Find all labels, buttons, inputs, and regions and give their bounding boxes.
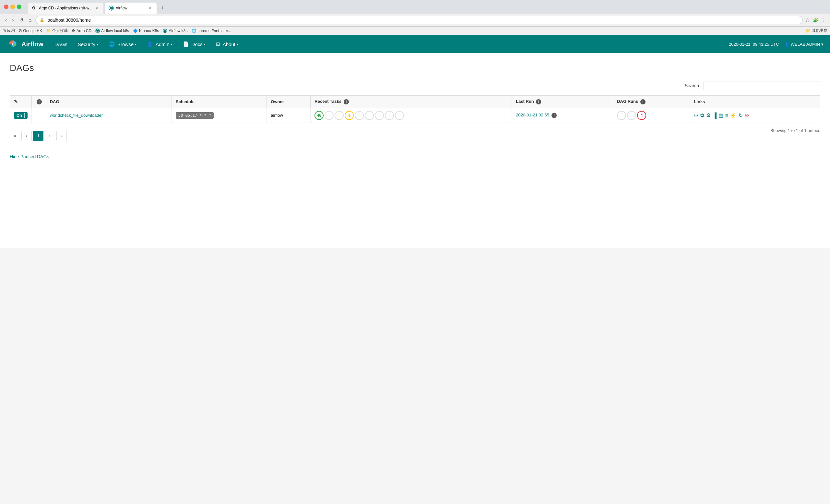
search-input[interactable]: [704, 81, 820, 90]
svg-marker-3: [96, 30, 99, 32]
extensions-icon[interactable]: 🧩: [813, 18, 818, 23]
window-maximize[interactable]: [17, 4, 22, 9]
bookmark-apps[interactable]: ⊞ 应用: [3, 28, 15, 33]
back-button[interactable]: ‹: [4, 16, 8, 24]
tab-airflow[interactable]: Airflow ×: [105, 3, 157, 13]
bookmark-personal[interactable]: 📁 个人收藏: [46, 28, 68, 33]
nav-browse[interactable]: 🌐 Browse ▾: [104, 39, 141, 50]
page-prev-button[interactable]: ‹: [22, 131, 32, 141]
dag-runs-cell: 4: [613, 108, 690, 123]
gantt-link-icon[interactable]: ▐: [713, 113, 716, 118]
calendar-link-icon[interactable]: ⚙: [706, 112, 711, 118]
tab-argocd-title: Argo CD - Applications / sit-w...: [39, 6, 92, 10]
edit-icon: ✎: [14, 99, 18, 104]
nav-menu: DAGs Security ▾ 🌐 Browse ▾ 👤 Admin ▾ 📄 D…: [50, 39, 729, 50]
col-dag: DAG: [46, 96, 171, 108]
refresh-link-icon[interactable]: ↻: [739, 112, 743, 118]
admin-caret: ▾: [171, 42, 172, 46]
nav-security[interactable]: Security ▾: [73, 39, 103, 50]
toggle-bar: [24, 113, 25, 118]
delete-link-icon[interactable]: ⊗: [745, 112, 749, 118]
airflow-logo[interactable]: Airflow: [6, 38, 43, 50]
reload-button[interactable]: ↺: [18, 15, 25, 24]
col-info-icon[interactable]: i: [37, 99, 42, 104]
hide-paused-link[interactable]: Hide Paused DAGs: [10, 154, 49, 159]
nav-dags[interactable]: DAGs: [50, 39, 72, 50]
bookmark-kibana[interactable]: 🔷 Kibana K8s: [133, 29, 159, 33]
graph-link-icon[interactable]: ⊙: [694, 112, 698, 118]
col-toggle: ✎: [10, 96, 32, 108]
nav-user[interactable]: 👤 WELAB ADMIN ▾: [784, 42, 824, 47]
owner-cell: airflow: [267, 108, 311, 123]
task-circle-empty-5: [375, 111, 384, 120]
bookmarks-bar: ⊞ 应用 G Google HK 📁 个人收藏 ⚙ Argo CD Airflo…: [0, 27, 830, 35]
page-first-button[interactable]: «: [10, 131, 20, 141]
docs-icon: 📄: [183, 41, 189, 47]
address-text: localhost:30800/home: [46, 18, 799, 23]
trigger-link-icon[interactable]: ⚡: [730, 112, 737, 118]
menu-icon[interactable]: ⋮: [822, 18, 826, 23]
col-recent-tasks: Recent Tasks i: [311, 96, 512, 108]
nav-right: 2020-01-21, 09:43:25 UTC 👤 WELAB ADMIN ▾: [729, 42, 824, 47]
toggle-cell: On: [10, 108, 32, 123]
col-links: Links: [690, 96, 820, 108]
tab-argocd-close[interactable]: ×: [94, 5, 99, 11]
bookmark-other[interactable]: 📁 其他书签: [806, 28, 827, 33]
nav-docs[interactable]: 📄 Docs ▾: [178, 39, 210, 50]
tab-airflow-close[interactable]: ×: [148, 5, 153, 11]
airflow-brand-text: Airflow: [22, 40, 43, 48]
last-run-link[interactable]: 2020-01-21 02:55: [516, 113, 549, 117]
col-last-run: Last Run i: [512, 96, 613, 108]
bookmark-airflow-local[interactable]: Airflow local k8s: [95, 29, 129, 33]
task-circle-empty-1: [324, 111, 333, 120]
tab-airflow-title: Airflow: [116, 6, 146, 10]
pagination: « ‹ 1 › »: [10, 131, 67, 141]
docs-caret: ▾: [204, 42, 205, 46]
bookmark-google[interactable]: G Google HK: [19, 29, 42, 33]
bookmark-airflow-k8s[interactable]: Airflow k8s: [163, 29, 187, 33]
page-next-button[interactable]: ›: [45, 131, 55, 141]
bookmark-argocd[interactable]: ⚙ Argo CD: [72, 29, 91, 33]
info-cell: [31, 108, 46, 123]
address-bar[interactable]: 🔒 localhost:30800/home: [35, 16, 803, 24]
dag-table: ✎ i DAG Schedule Owner Recent Tasks i La…: [10, 95, 820, 123]
col-info: i: [31, 96, 46, 108]
window-close[interactable]: [4, 4, 8, 9]
page-current-button[interactable]: 1: [33, 131, 43, 141]
nav-datetime: 2020-01-21, 09:43:25 UTC: [729, 42, 779, 47]
page-content: DAGs Search: ✎ i DAG Schedule Owner Rece…: [0, 53, 830, 248]
col-owner: Owner: [267, 96, 311, 108]
details-link-icon[interactable]: ≡: [725, 113, 728, 118]
recent-tasks-cell: 46 1: [311, 108, 512, 123]
tab-argocd-favicon: ⚙: [32, 5, 37, 11]
home-button[interactable]: ⌂: [27, 16, 33, 24]
about-icon: ⊞: [216, 41, 220, 47]
forward-button[interactable]: ›: [11, 16, 15, 24]
tab-airflow-favicon: [108, 5, 114, 11]
last-run-info-icon[interactable]: i: [536, 99, 541, 104]
code-link-icon[interactable]: ▤: [719, 112, 723, 118]
new-tab-button[interactable]: +: [158, 4, 167, 13]
globe-icon: 🌐: [108, 41, 115, 47]
bookmark-chrome-net[interactable]: 🌐 chrome://net-inter...: [192, 29, 231, 33]
dag-runs-info-icon[interactable]: i: [640, 99, 645, 104]
nav-about[interactable]: ⊞ About ▾: [212, 39, 243, 50]
user-icon: 👤: [784, 42, 790, 47]
last-run-detail-icon[interactable]: i: [551, 113, 557, 118]
dag-toggle-button[interactable]: On: [14, 112, 28, 119]
task-circle-empty-4: [365, 111, 374, 120]
schedule-badge: 30 05,17 * * *: [176, 112, 214, 119]
nav-admin[interactable]: 👤 Admin ▾: [142, 39, 177, 50]
task-circle-empty-2: [334, 111, 344, 120]
task-circle-empty-7: [395, 111, 404, 120]
col-dag-runs: DAG Runs i: [613, 96, 690, 108]
dag-name-link[interactable]: worldcheck_file_downloader: [50, 113, 103, 118]
tree-link-icon[interactable]: ✿: [700, 112, 704, 118]
star-icon[interactable]: ☆: [805, 18, 809, 23]
recent-tasks-info-icon[interactable]: i: [344, 99, 349, 104]
tab-argocd[interactable]: ⚙ Argo CD - Applications / sit-w... ×: [28, 3, 103, 13]
page-last-button[interactable]: »: [56, 131, 67, 141]
window-minimize[interactable]: [10, 4, 15, 9]
security-caret: ▾: [97, 42, 98, 46]
table-row: On worldcheck_file_downloader 30 05,17 *…: [10, 108, 820, 123]
